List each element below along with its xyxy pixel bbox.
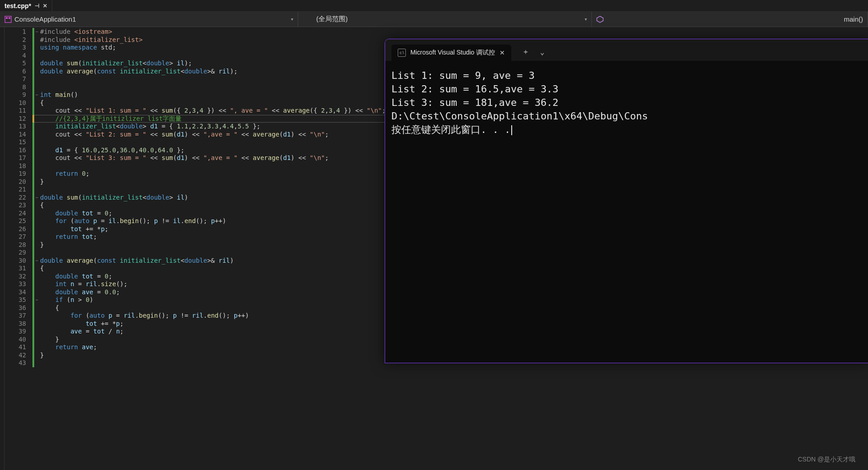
chevron-down-icon: ▾ [585, 17, 587, 22]
fold-toggle[interactable]: − [34, 257, 39, 265]
close-icon[interactable]: ✕ [43, 3, 47, 9]
scope-dropdown[interactable]: (全局范围) ▾ [298, 12, 592, 27]
project-icon [5, 16, 12, 23]
function-dropdown[interactable]: main() [592, 12, 868, 27]
file-tab-title: test.cpp* [5, 2, 31, 9]
file-tab[interactable]: test.cpp* ⊣ ✕ [0, 0, 52, 11]
function-label: main() [844, 15, 863, 23]
terminal-title: Microsoft Visual Studio 调试控 [410, 49, 495, 57]
chevron-down-icon[interactable]: ⌄ [540, 48, 545, 56]
navigation-bar: ConsoleApplication1 ▾ (全局范围) ▾ main() [0, 12, 868, 27]
outline-margin [0, 27, 5, 470]
project-dropdown[interactable]: ConsoleApplication1 ▾ [0, 12, 298, 27]
close-icon[interactable]: ✕ [500, 49, 505, 56]
document-tabbar: test.cpp* ⊣ ✕ [0, 0, 868, 12]
svg-rect-2 [9, 17, 10, 19]
terminal-output[interactable]: List 1: sum = 9, ave = 3List 2: sum = 16… [385, 61, 868, 145]
new-tab-icon[interactable]: ＋ [522, 47, 529, 57]
fold-toggle[interactable]: − [34, 28, 39, 36]
svg-marker-3 [597, 16, 603, 23]
terminal-actions: ＋ ⌄ [522, 47, 545, 57]
chevron-down-icon: ▾ [291, 17, 293, 22]
pin-icon[interactable]: ⊣ [35, 3, 39, 9]
watermark: CSDN @是小天才哦 [798, 456, 855, 464]
scope-label: (全局范围) [303, 15, 348, 23]
fold-toggle[interactable]: − [34, 194, 39, 202]
terminal-icon: c:\ [398, 49, 406, 57]
debug-console-window: c:\ Microsoft Visual Studio 调试控 ✕ ＋ ⌄ Li… [385, 39, 868, 363]
fold-toggle[interactable]: − [34, 296, 39, 304]
line-number-gutter: 1234567891011121314151617181920212223242… [5, 27, 32, 470]
terminal-tab[interactable]: c:\ Microsoft Visual Studio 调试控 ✕ [391, 45, 511, 61]
svg-rect-1 [6, 17, 8, 19]
terminal-titlebar[interactable]: c:\ Microsoft Visual Studio 调试控 ✕ ＋ ⌄ [385, 39, 868, 61]
project-label: ConsoleApplication1 [14, 15, 76, 23]
fold-toggle[interactable]: − [34, 91, 39, 99]
method-icon [596, 16, 604, 23]
